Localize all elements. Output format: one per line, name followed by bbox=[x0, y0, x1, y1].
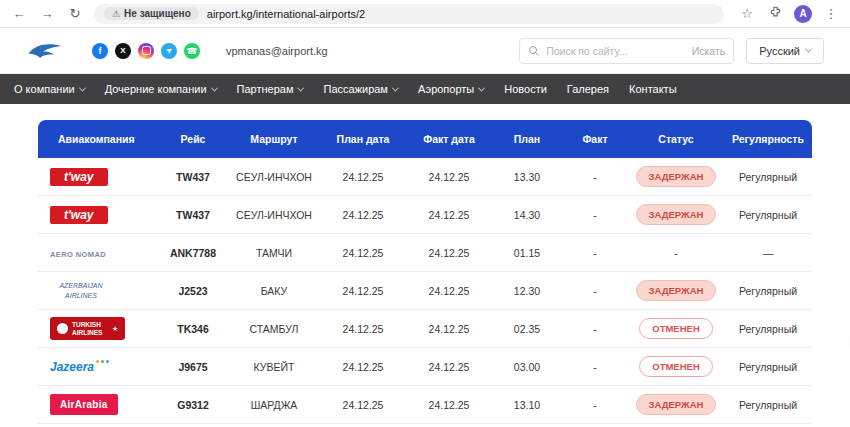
airline-cell: AZERBAIJAN AIRLINES bbox=[38, 281, 158, 299]
site-header: f X ➤ ☎ vpmanas@airport.kg Искать Русски… bbox=[0, 28, 850, 74]
airline-cell: AERO NOMAD bbox=[38, 247, 158, 259]
fact-date: 24.12.25 bbox=[406, 399, 492, 411]
language-selector[interactable]: Русский bbox=[746, 38, 824, 64]
route: БАКУ bbox=[228, 285, 320, 297]
plan-date: 24.12.25 bbox=[320, 285, 406, 297]
browser-actions: ☆ A ⋮ bbox=[738, 5, 840, 23]
bird-logo-icon bbox=[26, 40, 64, 62]
plan-time: 13.30 bbox=[492, 171, 562, 183]
forward-button[interactable]: → bbox=[38, 5, 56, 23]
status-cell: ЗАДЕРЖАН bbox=[628, 280, 724, 301]
airline-cell: t'way bbox=[38, 206, 158, 224]
plan-date: 24.12.25 bbox=[320, 171, 406, 183]
fact-time: - bbox=[562, 399, 628, 411]
airline-logo-airarabia: AirArabia bbox=[50, 394, 118, 415]
status-badge: ЗАДЕРЖАН bbox=[636, 394, 717, 415]
fact-time: - bbox=[562, 171, 628, 183]
airline-logo-jazeera: Jazeera bbox=[50, 360, 109, 374]
flight-row: AirArabia G9312 ШАРДЖА 24.12.25 24.12.25… bbox=[38, 386, 812, 424]
fact-time: - bbox=[562, 361, 628, 373]
url-text: airport.kg/international-airports/2 bbox=[207, 8, 365, 20]
fact-date: 24.12.25 bbox=[406, 209, 492, 221]
column-header: Авиакомпания bbox=[38, 133, 158, 145]
flight-row: TURKISH AIRLINES ★ TK346 СТАМБУЛ 24.12.2… bbox=[38, 310, 812, 348]
star-icon: ★ bbox=[112, 325, 118, 333]
column-header: Факт дата bbox=[406, 133, 492, 145]
plan-time: 14.30 bbox=[492, 209, 562, 221]
refresh-button[interactable]: ↻ bbox=[66, 5, 84, 23]
status-badge: ЗАДЕРЖАН bbox=[636, 204, 717, 225]
regularity: Регулярный bbox=[724, 399, 812, 411]
plan-time: 02.35 bbox=[492, 323, 562, 335]
status-badge: ЗАДЕРЖАН bbox=[636, 166, 717, 187]
security-badge[interactable]: ⚠ Не защищено bbox=[104, 7, 199, 20]
plan-date: 24.12.25 bbox=[320, 209, 406, 221]
instagram-icon[interactable] bbox=[138, 43, 154, 59]
airline-logo-azerbaijan: AZERBAIJAN AIRLINES bbox=[50, 281, 112, 299]
column-header: План дата bbox=[320, 133, 406, 145]
fact-date: 24.12.25 bbox=[406, 171, 492, 183]
status-cell: ЗАДЕРЖАН bbox=[628, 204, 724, 225]
social-links: f X ➤ ☎ bbox=[92, 43, 200, 59]
column-header: Статус bbox=[628, 133, 724, 145]
main-navigation: О компании Дочерние компании Партнерам П… bbox=[0, 74, 850, 104]
x-icon[interactable]: X bbox=[115, 43, 131, 59]
bookmark-star-icon[interactable]: ☆ bbox=[738, 5, 756, 23]
browser-chrome: ← → ↻ ⚠ Не защищено airport.kg/internati… bbox=[0, 0, 850, 28]
browser-menu-icon[interactable]: ⋮ bbox=[822, 5, 840, 23]
fact-date: 24.12.25 bbox=[406, 247, 492, 259]
flight-row: Jazeera J9675 КУВЕЙТ 24.12.25 24.12.25 0… bbox=[38, 348, 812, 386]
profile-avatar[interactable]: A bbox=[794, 5, 812, 23]
flight-number: ANK7788 bbox=[158, 247, 228, 259]
table-header-row: Авиакомпания Рейс Маршрут План дата Факт… bbox=[38, 120, 812, 158]
nav-item-news[interactable]: Новости bbox=[504, 83, 547, 95]
search-icon bbox=[528, 45, 540, 57]
route: СТАМБУЛ bbox=[228, 323, 320, 335]
column-header: Регулярность bbox=[724, 133, 812, 145]
turkish-airlines-emblem-icon bbox=[57, 323, 68, 334]
plan-date: 24.12.25 bbox=[320, 323, 406, 335]
nav-item-subsidiaries[interactable]: Дочерние компании bbox=[105, 83, 217, 95]
facebook-icon[interactable]: f bbox=[92, 43, 108, 59]
status-cell: ЗАДЕРЖАН bbox=[628, 166, 724, 187]
column-header: Рейс bbox=[158, 133, 228, 145]
fact-time: - bbox=[562, 323, 628, 335]
nav-item-passengers[interactable]: Пассажирам bbox=[323, 83, 397, 95]
plan-time: 12.30 bbox=[492, 285, 562, 297]
fact-date: 24.12.25 bbox=[406, 361, 492, 373]
nav-item-contacts[interactable]: Контакты bbox=[629, 83, 677, 95]
nav-item-airports[interactable]: Аэропорты bbox=[418, 83, 484, 95]
nav-item-partners[interactable]: Партнерам bbox=[237, 83, 304, 95]
telegram-icon[interactable]: ➤ bbox=[161, 43, 177, 59]
nav-item-gallery[interactable]: Галерея bbox=[567, 83, 609, 95]
warning-icon: ⚠ bbox=[112, 9, 120, 19]
plan-date: 24.12.25 bbox=[320, 247, 406, 259]
airport-logo[interactable] bbox=[26, 40, 64, 62]
back-button[interactable]: ← bbox=[10, 5, 28, 23]
chevron-down-icon bbox=[392, 84, 399, 91]
column-header: Факт bbox=[562, 133, 628, 145]
fact-time: - bbox=[562, 285, 628, 297]
plan-time: 03.00 bbox=[492, 361, 562, 373]
url-bar[interactable]: ⚠ Не защищено airport.kg/international-a… bbox=[94, 4, 724, 24]
search-input[interactable] bbox=[546, 45, 685, 57]
search-submit-button[interactable]: Искать bbox=[692, 45, 726, 57]
regularity: Регулярный bbox=[724, 171, 812, 183]
status-text: - bbox=[674, 247, 678, 259]
contact-email-link[interactable]: vpmanas@airport.kg bbox=[226, 45, 328, 57]
jazeera-dots-icon bbox=[96, 360, 109, 363]
airline-cell: Jazeera bbox=[38, 360, 158, 374]
chevron-down-icon bbox=[805, 46, 812, 53]
flight-number: J9675 bbox=[158, 361, 228, 373]
whatsapp-icon[interactable]: ☎ bbox=[184, 43, 200, 59]
status-badge: ОТМЕНЕН bbox=[639, 356, 713, 377]
status-cell: ОТМЕНЕН bbox=[628, 318, 724, 339]
security-badge-label: Не защищено bbox=[124, 8, 191, 19]
nav-item-about[interactable]: О компании bbox=[14, 83, 85, 95]
status-badge: ОТМЕНЕН bbox=[639, 318, 713, 339]
extensions-icon[interactable] bbox=[766, 5, 784, 23]
flight-row: AERO NOMAD ANK7788 ТАМЧИ 24.12.25 24.12.… bbox=[38, 234, 812, 272]
plan-date: 24.12.25 bbox=[320, 399, 406, 411]
regularity: Регулярный bbox=[724, 323, 812, 335]
fact-time: - bbox=[562, 247, 628, 259]
